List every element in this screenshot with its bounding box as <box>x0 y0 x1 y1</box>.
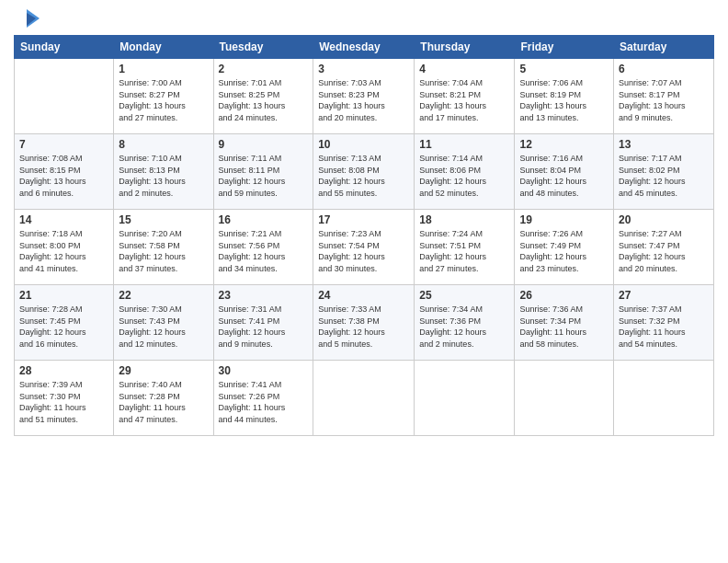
day-cell: 29Sunrise: 7:40 AMSunset: 7:28 PMDayligh… <box>114 361 213 436</box>
day-info: Sunrise: 7:31 AMSunset: 7:41 PMDaylight:… <box>219 304 309 350</box>
day-number: 9 <box>219 138 309 151</box>
day-number: 12 <box>519 138 609 151</box>
day-number: 8 <box>119 138 208 151</box>
day-info: Sunrise: 7:06 AMSunset: 8:19 PMDaylight:… <box>519 77 609 123</box>
day-cell: 6Sunrise: 7:07 AMSunset: 8:17 PMDaylight… <box>614 59 714 134</box>
day-cell: 2Sunrise: 7:01 AMSunset: 8:25 PMDaylight… <box>213 59 313 134</box>
day-cell: 26Sunrise: 7:36 AMSunset: 7:34 PMDayligh… <box>515 285 614 361</box>
day-number: 27 <box>619 289 709 302</box>
day-info: Sunrise: 7:17 AMSunset: 8:02 PMDaylight:… <box>619 153 709 199</box>
day-number: 28 <box>19 364 108 377</box>
day-cell: 28Sunrise: 7:39 AMSunset: 7:30 PMDayligh… <box>15 361 114 436</box>
day-info: Sunrise: 7:04 AMSunset: 8:21 PMDaylight:… <box>419 77 509 123</box>
day-number: 2 <box>219 63 309 75</box>
day-info: Sunrise: 7:13 AMSunset: 8:08 PMDaylight:… <box>318 153 409 199</box>
day-number: 6 <box>619 63 709 75</box>
day-info: Sunrise: 7:36 AMSunset: 7:34 PMDaylight:… <box>519 304 609 350</box>
day-number: 17 <box>318 213 409 226</box>
day-cell <box>515 361 614 436</box>
week-row-3: 21Sunrise: 7:28 AMSunset: 7:45 PMDayligh… <box>15 285 714 361</box>
weekday-header-tuesday: Tuesday <box>213 36 313 59</box>
day-info: Sunrise: 7:11 AMSunset: 8:11 PMDaylight:… <box>219 153 309 199</box>
day-number: 23 <box>219 289 309 302</box>
day-cell: 25Sunrise: 7:34 AMSunset: 7:36 PMDayligh… <box>415 285 515 361</box>
header <box>14 9 714 28</box>
day-number: 20 <box>619 213 709 226</box>
day-info: Sunrise: 7:08 AMSunset: 8:15 PMDaylight:… <box>19 153 108 199</box>
day-cell: 19Sunrise: 7:26 AMSunset: 7:49 PMDayligh… <box>515 210 614 285</box>
day-cell: 23Sunrise: 7:31 AMSunset: 7:41 PMDayligh… <box>213 285 313 361</box>
day-number: 11 <box>419 138 509 151</box>
day-number: 5 <box>519 63 609 75</box>
day-cell: 4Sunrise: 7:04 AMSunset: 8:21 PMDaylight… <box>415 59 515 134</box>
day-info: Sunrise: 7:33 AMSunset: 7:38 PMDaylight:… <box>318 304 409 350</box>
day-info: Sunrise: 7:14 AMSunset: 8:06 PMDaylight:… <box>419 153 509 199</box>
day-cell: 5Sunrise: 7:06 AMSunset: 8:19 PMDaylight… <box>515 59 614 134</box>
day-cell: 7Sunrise: 7:08 AMSunset: 8:15 PMDaylight… <box>15 134 114 210</box>
calendar-table: SundayMondayTuesdayWednesdayThursdayFrid… <box>14 35 714 436</box>
weekday-header-saturday: Saturday <box>614 36 714 59</box>
day-cell: 18Sunrise: 7:24 AMSunset: 7:51 PMDayligh… <box>415 210 515 285</box>
day-cell: 15Sunrise: 7:20 AMSunset: 7:58 PMDayligh… <box>114 210 213 285</box>
day-cell: 11Sunrise: 7:14 AMSunset: 8:06 PMDayligh… <box>415 134 515 210</box>
day-cell <box>415 361 515 436</box>
week-row-2: 14Sunrise: 7:18 AMSunset: 8:00 PMDayligh… <box>15 210 714 285</box>
logo <box>14 9 43 28</box>
day-info: Sunrise: 7:39 AMSunset: 7:30 PMDaylight:… <box>19 379 108 425</box>
day-number: 19 <box>519 213 609 226</box>
weekday-header-wednesday: Wednesday <box>313 36 415 59</box>
weekday-header-friday: Friday <box>515 36 614 59</box>
day-info: Sunrise: 7:21 AMSunset: 7:56 PMDaylight:… <box>219 228 309 274</box>
day-number: 16 <box>219 213 309 226</box>
day-info: Sunrise: 7:20 AMSunset: 7:58 PMDaylight:… <box>119 228 208 274</box>
week-row-4: 28Sunrise: 7:39 AMSunset: 7:30 PMDayligh… <box>15 361 714 436</box>
day-cell: 14Sunrise: 7:18 AMSunset: 8:00 PMDayligh… <box>15 210 114 285</box>
day-info: Sunrise: 7:23 AMSunset: 7:54 PMDaylight:… <box>318 228 409 274</box>
day-number: 14 <box>19 213 108 226</box>
day-cell: 9Sunrise: 7:11 AMSunset: 8:11 PMDaylight… <box>213 134 313 210</box>
day-number: 18 <box>419 213 509 226</box>
day-number: 7 <box>19 138 108 151</box>
day-info: Sunrise: 7:28 AMSunset: 7:45 PMDaylight:… <box>19 304 108 350</box>
day-cell: 27Sunrise: 7:37 AMSunset: 7:32 PMDayligh… <box>614 285 714 361</box>
day-number: 13 <box>619 138 709 151</box>
day-number: 26 <box>519 289 609 302</box>
day-cell: 10Sunrise: 7:13 AMSunset: 8:08 PMDayligh… <box>313 134 415 210</box>
day-number: 3 <box>318 63 409 75</box>
day-info: Sunrise: 7:10 AMSunset: 8:13 PMDaylight:… <box>119 153 208 199</box>
day-info: Sunrise: 7:41 AMSunset: 7:26 PMDaylight:… <box>219 379 309 425</box>
day-cell: 17Sunrise: 7:23 AMSunset: 7:54 PMDayligh… <box>313 210 415 285</box>
day-cell: 24Sunrise: 7:33 AMSunset: 7:38 PMDayligh… <box>313 285 415 361</box>
day-cell <box>313 361 415 436</box>
day-number: 15 <box>119 213 208 226</box>
day-info: Sunrise: 7:34 AMSunset: 7:36 PMDaylight:… <box>419 304 509 350</box>
logo-icon <box>14 9 40 28</box>
day-info: Sunrise: 7:18 AMSunset: 8:00 PMDaylight:… <box>19 228 108 274</box>
day-number: 25 <box>419 289 509 302</box>
weekday-header-sunday: Sunday <box>15 36 114 59</box>
day-info: Sunrise: 7:40 AMSunset: 7:28 PMDaylight:… <box>119 379 208 425</box>
day-cell: 8Sunrise: 7:10 AMSunset: 8:13 PMDaylight… <box>114 134 213 210</box>
day-info: Sunrise: 7:01 AMSunset: 8:25 PMDaylight:… <box>219 77 309 123</box>
day-number: 24 <box>318 289 409 302</box>
page-container: SundayMondayTuesdayWednesdayThursdayFrid… <box>0 0 728 445</box>
day-number: 30 <box>219 364 309 377</box>
day-cell <box>614 361 714 436</box>
weekday-header-thursday: Thursday <box>415 36 515 59</box>
day-cell: 1Sunrise: 7:00 AMSunset: 8:27 PMDaylight… <box>114 59 213 134</box>
day-number: 10 <box>318 138 409 151</box>
day-cell: 13Sunrise: 7:17 AMSunset: 8:02 PMDayligh… <box>614 134 714 210</box>
day-info: Sunrise: 7:00 AMSunset: 8:27 PMDaylight:… <box>119 77 208 123</box>
day-number: 22 <box>119 289 208 302</box>
day-info: Sunrise: 7:37 AMSunset: 7:32 PMDaylight:… <box>619 304 709 350</box>
week-row-1: 7Sunrise: 7:08 AMSunset: 8:15 PMDaylight… <box>15 134 714 210</box>
day-number: 4 <box>419 63 509 75</box>
day-cell: 30Sunrise: 7:41 AMSunset: 7:26 PMDayligh… <box>213 361 313 436</box>
day-cell: 12Sunrise: 7:16 AMSunset: 8:04 PMDayligh… <box>515 134 614 210</box>
day-cell <box>15 59 114 134</box>
day-number: 29 <box>119 364 208 377</box>
day-info: Sunrise: 7:07 AMSunset: 8:17 PMDaylight:… <box>619 77 709 123</box>
weekday-header-row: SundayMondayTuesdayWednesdayThursdayFrid… <box>15 36 714 59</box>
day-info: Sunrise: 7:03 AMSunset: 8:23 PMDaylight:… <box>318 77 409 123</box>
day-cell: 16Sunrise: 7:21 AMSunset: 7:56 PMDayligh… <box>213 210 313 285</box>
